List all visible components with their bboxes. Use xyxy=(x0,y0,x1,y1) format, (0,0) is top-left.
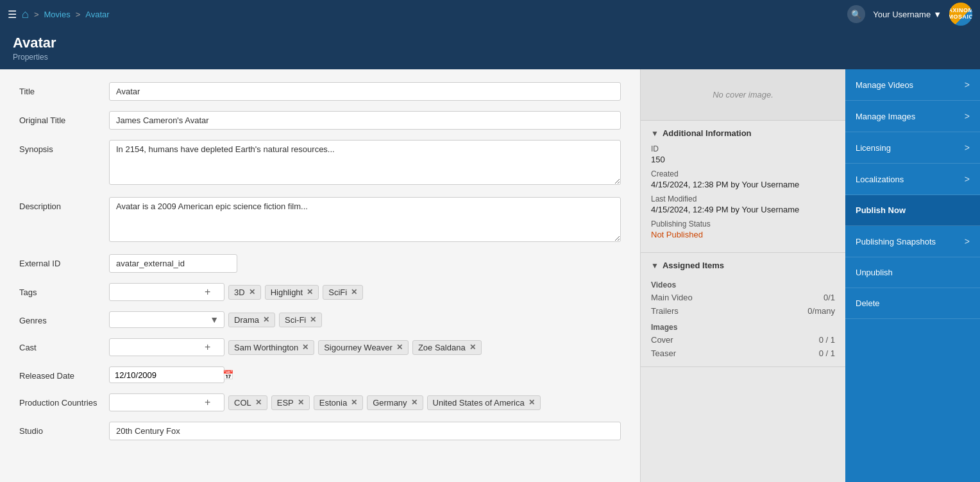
cover-item: Cover 0 / 1 xyxy=(651,334,835,345)
tag-chip-3d: 3D ✕ xyxy=(228,285,261,300)
publishing-snapshots-button[interactable]: Publishing Snapshots > xyxy=(845,226,980,257)
trailers-value: 0/many xyxy=(807,306,835,316)
cast-input-wrap[interactable]: + xyxy=(109,338,224,356)
tag-add-icon[interactable]: + xyxy=(205,286,210,298)
hamburger-icon[interactable]: ☰ xyxy=(8,8,17,21)
genre-chip-scifi: Sci-Fi ✕ xyxy=(279,313,322,327)
genre-drama-label: Drama xyxy=(234,315,259,325)
breadcrumb-movies[interactable]: Movies xyxy=(44,10,70,19)
country-chip-usa: United States of America ✕ xyxy=(427,395,541,410)
cast-sam-remove[interactable]: ✕ xyxy=(302,343,308,352)
original-title-control xyxy=(109,111,621,130)
external-id-input[interactable] xyxy=(109,254,237,273)
additional-info-header[interactable]: ▼ Additional Information xyxy=(651,128,835,138)
action-panel: Manage Videos > Manage Images > Licensin… xyxy=(845,69,980,482)
main-video-label: Main Video xyxy=(651,293,693,302)
tag-scifi-remove[interactable]: ✕ xyxy=(351,288,357,297)
id-value: 150 xyxy=(651,155,835,164)
released-date-control: 📅 xyxy=(109,366,621,383)
tag-input-wrap[interactable]: + xyxy=(109,283,224,301)
delete-button[interactable]: Delete xyxy=(845,288,980,319)
country-input[interactable] xyxy=(115,398,205,408)
tags-row: Tags + 3D ✕ Highlight ✕ xyxy=(19,283,621,301)
cast-chips-row: + Sam Worthington ✕ Sigourney Weaver ✕ Z… xyxy=(109,338,621,356)
studio-input[interactable] xyxy=(109,422,621,440)
unpublish-button[interactable]: Unpublish xyxy=(845,257,980,288)
publish-now-button[interactable]: Publish Now xyxy=(845,195,980,226)
released-date-input[interactable] xyxy=(115,370,223,380)
assigned-items-title: Assigned Items xyxy=(663,261,724,270)
title-input[interactable] xyxy=(109,82,621,101)
production-countries-row: Production Countries + COL ✕ ESP ✕ xyxy=(19,393,621,411)
teaser-item: Teaser 0 / 1 xyxy=(651,348,835,359)
cover-value: 0 / 1 xyxy=(819,335,835,345)
cast-chip-zoe: Zoe Saldana ✕ xyxy=(412,340,482,355)
country-germany-remove[interactable]: ✕ xyxy=(411,398,418,407)
publishing-status-label: Publishing Status xyxy=(651,219,835,228)
teaser-value: 0 / 1 xyxy=(819,349,835,358)
country-col-remove[interactable]: ✕ xyxy=(255,398,262,407)
main-video-item: Main Video 0/1 xyxy=(651,292,835,303)
manage-images-label: Manage Images xyxy=(856,112,915,121)
country-estonia-remove[interactable]: ✕ xyxy=(351,398,357,407)
original-title-input[interactable] xyxy=(109,111,621,130)
additional-info-title: Additional Information xyxy=(663,128,752,138)
cast-input[interactable] xyxy=(115,343,205,352)
description-textarea[interactable]: Avatar is a 2009 American epic science f… xyxy=(109,197,621,242)
teaser-label: Teaser xyxy=(651,349,676,358)
topnav-right: 🔍 Your Username ▼ AXINOMMOSAIC xyxy=(847,3,972,26)
manage-images-button[interactable]: Manage Images > xyxy=(845,101,980,132)
genres-select-wrap[interactable]: ▼ xyxy=(109,311,224,328)
tag-highlight-remove[interactable]: ✕ xyxy=(307,288,313,297)
licensing-label: Licensing xyxy=(856,143,891,153)
studio-row: Studio xyxy=(19,422,621,440)
topnav: ☰ ⌂ > Movies > Avatar 🔍 Your Username ▼ … xyxy=(0,0,980,28)
description-row: Description Avatar is a 2009 American ep… xyxy=(19,197,621,244)
app-name: AXINOMMOSAIC xyxy=(949,8,972,21)
username-label: Your Username xyxy=(873,10,931,19)
genre-drama-remove[interactable]: ✕ xyxy=(263,315,269,324)
info-panel: No cover image. ▼ Additional Information… xyxy=(640,69,845,482)
user-menu[interactable]: Your Username ▼ xyxy=(873,10,942,19)
assigned-items-header[interactable]: ▼ Assigned Items xyxy=(651,261,835,270)
publishing-status-value: Not Published xyxy=(651,230,835,239)
description-control: Avatar is a 2009 American epic science f… xyxy=(109,197,621,244)
licensing-button[interactable]: Licensing > xyxy=(845,132,980,164)
cast-control: + Sam Worthington ✕ Sigourney Weaver ✕ Z… xyxy=(109,338,621,356)
form-area: Title Original Title Synopsis In 2154, h… xyxy=(0,69,640,482)
localizations-button[interactable]: Localizations > xyxy=(845,164,980,195)
genre-scifi-remove[interactable]: ✕ xyxy=(310,315,316,324)
synopsis-textarea[interactable]: In 2154, humans have depleted Earth's na… xyxy=(109,140,621,185)
tag-input[interactable] xyxy=(115,288,205,297)
assigned-items-chevron-icon: ▼ xyxy=(651,261,659,270)
search-button[interactable]: 🔍 xyxy=(847,5,865,23)
home-icon[interactable]: ⌂ xyxy=(22,8,29,21)
country-chip-germany: Germany ✕ xyxy=(367,395,423,410)
cast-sam-label: Sam Worthington xyxy=(234,343,298,352)
country-esp-remove[interactable]: ✕ xyxy=(298,398,304,407)
genres-select[interactable] xyxy=(115,315,210,325)
tag-chip-highlight: Highlight ✕ xyxy=(265,285,319,300)
videos-category-label: Videos xyxy=(651,280,835,289)
tag-chip-scifi: SciFi ✕ xyxy=(323,285,363,300)
released-date-label: Released Date xyxy=(19,366,109,381)
country-usa-remove[interactable]: ✕ xyxy=(528,398,535,407)
external-id-label: External ID xyxy=(19,254,109,268)
country-col-label: COL xyxy=(234,398,251,408)
manage-videos-label: Manage Videos xyxy=(856,80,913,90)
assigned-grid: Videos Main Video 0/1 Trailers 0/many Im… xyxy=(651,277,835,359)
last-modified-row: Last Modified 4/15/2024, 12:49 PM by You… xyxy=(651,194,835,214)
external-id-row: External ID xyxy=(19,254,621,273)
cast-zoe-remove[interactable]: ✕ xyxy=(469,343,476,352)
calendar-icon[interactable]: 📅 xyxy=(223,370,233,380)
country-add-icon[interactable]: + xyxy=(205,397,210,408)
tag-3d-remove[interactable]: ✕ xyxy=(249,288,255,297)
country-input-wrap[interactable]: + xyxy=(109,393,224,411)
tag-highlight-label: Highlight xyxy=(271,288,303,297)
trailers-label: Trailers xyxy=(651,306,679,316)
cast-sigourney-remove[interactable]: ✕ xyxy=(396,343,403,352)
cast-add-icon[interactable]: + xyxy=(205,341,210,353)
manage-videos-arrow-icon: > xyxy=(965,80,970,90)
publish-now-label: Publish Now xyxy=(856,205,906,215)
manage-videos-button[interactable]: Manage Videos > xyxy=(845,69,980,101)
